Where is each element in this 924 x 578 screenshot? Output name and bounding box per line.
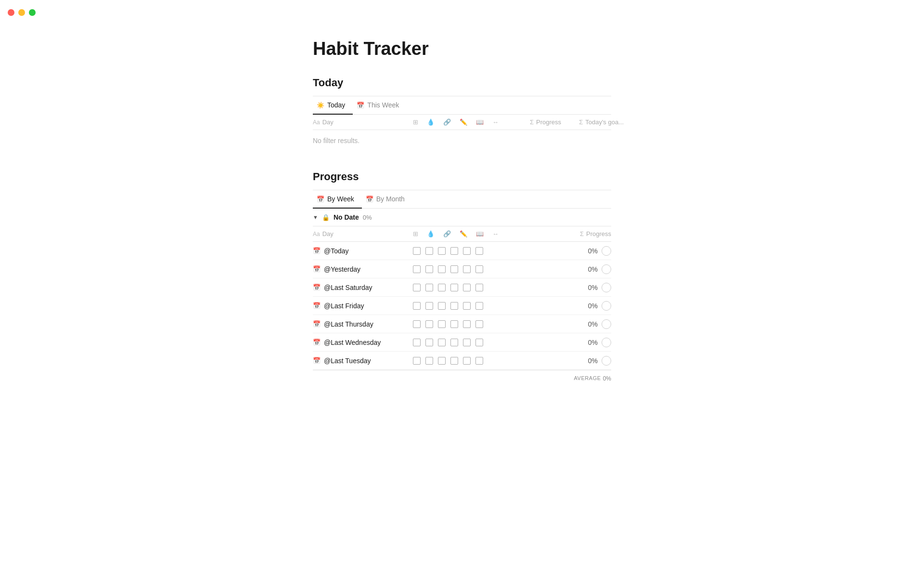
habit-checkbox[interactable] [450, 357, 458, 365]
habit-checkbox[interactable] [450, 247, 458, 255]
habit-checkbox[interactable] [438, 284, 446, 291]
habit-checkbox[interactable] [425, 265, 433, 273]
habit-checkbox[interactable] [463, 339, 471, 346]
progress-col-label: Progress [536, 118, 561, 126]
row-day-cell[interactable]: 📅@Last Tuesday [313, 354, 409, 368]
table-row: 📅@Yesterday0% [313, 260, 611, 278]
habit-checkbox[interactable] [475, 357, 483, 365]
row-progress-value: 0% [588, 357, 598, 365]
tab-by-month-label: By Month [376, 195, 405, 203]
habit-checkbox[interactable] [425, 284, 433, 291]
habit-checkbox[interactable] [463, 302, 471, 310]
habit-checkbox[interactable] [413, 357, 421, 365]
habit-checkbox[interactable] [475, 302, 483, 310]
habit-checkbox[interactable] [463, 284, 471, 291]
today-col-progress-header: Σ Progress [499, 118, 561, 126]
habit-checkbox[interactable] [450, 320, 458, 328]
habit-checkbox[interactable] [425, 339, 433, 346]
habit-checkbox[interactable] [438, 302, 446, 310]
habit-checkbox[interactable] [425, 320, 433, 328]
habit-checkbox[interactable] [450, 339, 458, 346]
icon-habit1: ⊞ [413, 118, 418, 126]
habit-checkbox[interactable] [438, 320, 446, 328]
habit-checkbox[interactable] [475, 247, 483, 255]
traffic-maximize-button[interactable] [29, 9, 36, 16]
habit-checkbox[interactable] [475, 320, 483, 328]
habit-checkbox[interactable] [463, 320, 471, 328]
average-value: 0% [603, 375, 611, 382]
sun-icon: ☀️ [317, 102, 324, 109]
progress-table-header: Aa Day ⊞ 💧 🔗 ✏️ 📖 ↔️ Σ Progress [313, 226, 611, 242]
prog-icon-habit3: 🔗 [443, 230, 451, 237]
row-progress-cell: 0% [549, 319, 611, 329]
habit-checkbox[interactable] [450, 265, 458, 273]
table-row: 📅@Last Wednesday0% [313, 333, 611, 352]
progress-circle [602, 283, 611, 292]
today-table-header: Aa Day ⊞ 💧 🔗 ✏️ 📖 ↔️ Σ Progress Σ Today'… [313, 115, 611, 130]
progress-section-title: Progress [313, 171, 611, 183]
group-collapse-arrow[interactable]: ▼ [313, 214, 318, 220]
row-progress-value: 0% [588, 247, 598, 255]
row-checkboxes [409, 284, 549, 291]
table-row: 📅@Last Tuesday0% [313, 352, 611, 370]
row-day-cell[interactable]: 📅@Last Saturday [313, 281, 409, 294]
progress-circle [602, 264, 611, 274]
habit-checkbox[interactable] [425, 302, 433, 310]
habit-checkbox[interactable] [425, 357, 433, 365]
row-calendar-icon: 📅 [313, 339, 321, 346]
calendar-icon-thisweek: 📅 [357, 102, 364, 109]
habit-checkbox[interactable] [475, 339, 483, 346]
calendar-icon-byweek: 📅 [317, 196, 324, 203]
row-day-cell[interactable]: 📅@Last Friday [313, 299, 409, 313]
habit-checkbox[interactable] [438, 265, 446, 273]
row-day-label: @Last Wednesday [324, 339, 381, 346]
habit-checkbox[interactable] [413, 339, 421, 346]
progress-day-col-label: Day [322, 230, 334, 237]
row-progress-value: 0% [588, 265, 598, 273]
habit-checkbox[interactable] [450, 302, 458, 310]
row-day-cell[interactable]: 📅@Last Thursday [313, 317, 409, 331]
tab-by-week-label: By Week [327, 195, 354, 203]
progress-sigma-icon2: Σ [580, 230, 584, 237]
habit-checkbox[interactable] [438, 339, 446, 346]
today-section-title: Today [313, 77, 611, 89]
tab-this-week[interactable]: 📅 This Week [353, 96, 407, 115]
tab-today-label: Today [327, 101, 345, 109]
habit-checkbox[interactable] [413, 247, 421, 255]
tab-today[interactable]: ☀️ Today [313, 96, 353, 115]
row-calendar-icon: 📅 [313, 247, 321, 254]
goal-sigma-icon: Σ [579, 118, 583, 126]
habit-checkbox[interactable] [438, 357, 446, 365]
habit-checkbox[interactable] [413, 284, 421, 291]
row-day-label: @Last Thursday [324, 320, 373, 328]
habit-checkbox[interactable] [425, 247, 433, 255]
row-day-cell[interactable]: 📅@Today [313, 244, 409, 258]
progress-col-day-header: Aa Day [313, 230, 409, 237]
table-row: 📅@Today0% [313, 242, 611, 260]
habit-checkbox[interactable] [463, 247, 471, 255]
progress-col-progress-header: Σ Progress [549, 230, 611, 237]
habit-checkbox[interactable] [475, 265, 483, 273]
habit-checkbox[interactable] [413, 302, 421, 310]
today-col-day-header: Aa Day [313, 118, 409, 126]
icon-habit2: 💧 [427, 118, 435, 126]
row-checkboxes [409, 357, 549, 365]
habit-checkbox[interactable] [463, 265, 471, 273]
habit-checkbox[interactable] [475, 284, 483, 291]
tab-by-week[interactable]: 📅 By Week [313, 190, 362, 209]
tab-by-month[interactable]: 📅 By Month [362, 190, 412, 209]
traffic-close-button[interactable] [8, 9, 14, 16]
group-label: No Date [334, 213, 359, 221]
habit-checkbox[interactable] [450, 284, 458, 291]
habit-checkbox[interactable] [463, 357, 471, 365]
habit-checkbox[interactable] [413, 320, 421, 328]
habit-checkbox[interactable] [413, 265, 421, 273]
traffic-minimize-button[interactable] [18, 9, 25, 16]
row-day-cell[interactable]: 📅@Yesterday [313, 263, 409, 276]
row-day-cell[interactable]: 📅@Last Wednesday [313, 336, 409, 349]
row-progress-cell: 0% [549, 301, 611, 311]
habit-checkbox[interactable] [438, 247, 446, 255]
day-type-label: Aa [313, 119, 320, 126]
no-results-text: No filter results. [313, 130, 611, 151]
prog-icon-habit1: ⊞ [413, 230, 418, 237]
